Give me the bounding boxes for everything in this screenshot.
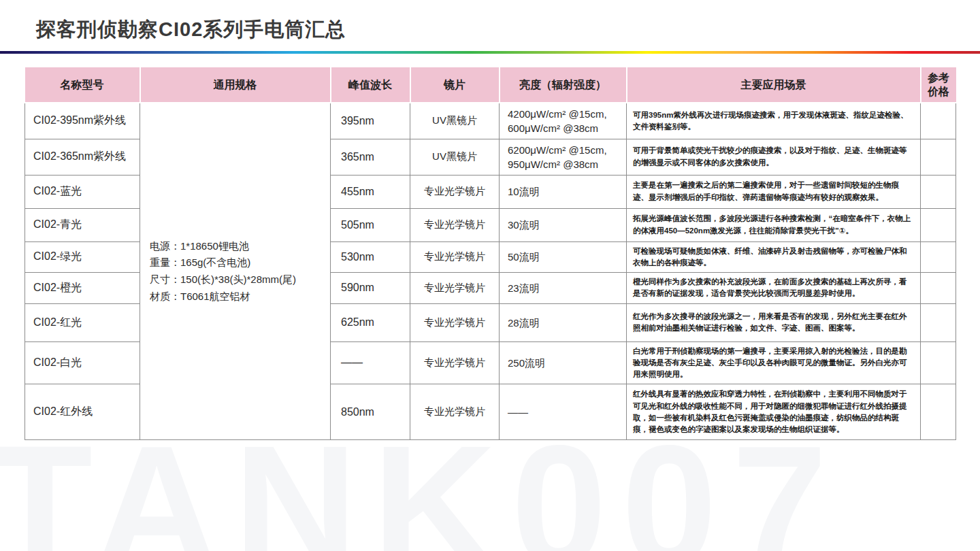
table-row: CI02-395nm紫外线 电源：1*18650锂电池 重量：165g(不含电池… <box>25 103 956 139</box>
cell-price <box>921 139 956 175</box>
cell-lens: 专业光学镜片 <box>410 273 500 304</box>
cell-price <box>921 303 956 341</box>
cell-wavelength: 455nm <box>331 175 410 208</box>
cell-scenario: 红外线具有显著的热效应和穿透力特性，在刑侦勘察中，主要利用不同物质对于可见光和红… <box>627 384 921 440</box>
page-title: 探客刑侦勘察CI02系列手电筒汇总 <box>36 16 980 44</box>
cell-brightness: —— <box>500 384 627 440</box>
col-header-lens: 镜片 <box>410 67 500 103</box>
cell-model: CI02-白光 <box>25 341 140 384</box>
cell-price <box>921 273 956 304</box>
cell-model: CI02-绿光 <box>25 241 140 273</box>
cell-scenario: 拓展光源峰值波长范围，多波段光源进行各种搜索检测，“在暗室条件下，衣物上的体液用… <box>627 208 921 241</box>
page: 探客刑侦勘察CI02系列手电筒汇总 名称型号 通用规格 峰值波长 镜片 亮度（辐… <box>0 0 980 551</box>
cell-brightness: 28流明 <box>500 303 627 341</box>
cell-scenario: 可检验现场可疑物质如体液、纤维、油漆碎片及射击残留物等，亦可检验尸体和衣物上的各… <box>627 241 921 273</box>
cell-lens: UV黑镜片 <box>410 103 500 139</box>
cell-brightness: 6200μW/cm² @15cm, 950μW/cm² @38cm <box>500 139 627 175</box>
cell-price <box>921 103 956 139</box>
cell-price <box>921 175 956 208</box>
cell-scenario: 可用395nm紫外线再次进行现场痕迹搜索，用于发现体液斑迹、指纹足迹检验、文件资… <box>627 103 921 139</box>
table-header: 名称型号 通用规格 峰值波长 镜片 亮度（辐射强度） 主要应用场景 参考 价格 <box>25 67 956 103</box>
spectrum-divider <box>0 51 980 54</box>
cell-scenario: 橙光同样作为多次搜索的补充波段光源，在前面多次搜索的基础上再次所寻，看是否有新的… <box>627 273 921 304</box>
cell-wavelength: 625nm <box>331 303 410 341</box>
cell-price <box>921 341 956 384</box>
cell-lens: 专业光学镜片 <box>410 341 500 384</box>
cell-wavelength: 505nm <box>331 208 410 241</box>
cell-model: CI02-红外线 <box>25 384 140 440</box>
cell-wavelength: 365nm <box>331 139 410 175</box>
cell-wavelength: —— <box>331 341 410 384</box>
cell-scenario: 可用于背景简单或荧光干扰较少的痕迹搜索，以及对于指纹、足迹、生物斑迹等的增强显示… <box>627 139 921 175</box>
cell-price <box>921 241 956 273</box>
spec-line-power: 电源：1*18650锂电池 <box>150 238 329 255</box>
cell-brightness: 250流明 <box>500 341 627 384</box>
cell-price <box>921 384 956 440</box>
cell-lens: 专业光学镜片 <box>410 208 500 241</box>
col-header-model: 名称型号 <box>25 67 140 103</box>
cell-model: CI02-395nm紫外线 <box>25 103 140 139</box>
col-header-price: 参考 价格 <box>921 67 956 103</box>
cell-brightness: 10流明 <box>500 175 627 208</box>
cell-wavelength: 395nm <box>331 103 410 139</box>
col-header-wavelength: 峰值波长 <box>331 67 410 103</box>
cell-lens: 专业光学镜片 <box>410 303 500 341</box>
cell-model: CI02-蓝光 <box>25 175 140 208</box>
cell-brightness: 50流明 <box>500 241 627 273</box>
cell-brightness: 30流明 <box>500 208 627 241</box>
cell-price <box>921 208 956 241</box>
cell-brightness: 23流明 <box>500 273 627 304</box>
cell-scenario: 红光作为多次搜寻的波段光源之一，用来看是否有的发现，另外红光主要在红外照相前对油… <box>627 303 921 341</box>
cell-wavelength: 850nm <box>331 384 410 440</box>
cell-wavelength: 530nm <box>331 241 410 273</box>
col-header-specs: 通用规格 <box>140 67 331 103</box>
spec-line-material: 材质：T6061航空铝材 <box>150 288 329 305</box>
cell-brightness: 4200μW/cm² @15cm, 600μW/cm² @38cm <box>500 103 627 139</box>
cell-model: CI02-红光 <box>25 303 140 341</box>
cell-lens: UV黑镜片 <box>410 139 500 175</box>
flashlight-spec-table: 名称型号 通用规格 峰值波长 镜片 亮度（辐射强度） 主要应用场景 参考 价格 … <box>24 66 956 440</box>
cell-lens: 专业光学镜片 <box>410 384 500 440</box>
col-header-scenario: 主要应用场景 <box>627 67 921 103</box>
cell-scenario: 白光常用于刑侦勘察现场的第一遍搜寻，主要采用掠入射的光检验法，目的是勘验现场是否… <box>627 341 921 384</box>
cell-model: CI02-365nm紫外线 <box>25 139 140 175</box>
cell-wavelength: 590nm <box>331 273 410 304</box>
cell-model: CI02-青光 <box>25 208 140 241</box>
cell-scenario: 主要是在第一遍搜索之后的第二遍搜索使用，对于一些遗留时间较短的生物痕迹、显示剂增… <box>627 175 921 208</box>
cell-model: CI02-橙光 <box>25 273 140 304</box>
cell-lens: 专业光学镜片 <box>410 241 500 273</box>
spec-line-weight: 重量：165g(不含电池) <box>150 254 329 271</box>
cell-lens: 专业光学镜片 <box>410 175 500 208</box>
spec-line-size: 尺寸：150(长)*38(头)*28mm(尾) <box>150 271 329 288</box>
col-header-brightness: 亮度（辐射强度） <box>500 67 627 103</box>
cell-common-specs: 电源：1*18650锂电池 重量：165g(不含电池) 尺寸：150(长)*38… <box>140 103 331 440</box>
